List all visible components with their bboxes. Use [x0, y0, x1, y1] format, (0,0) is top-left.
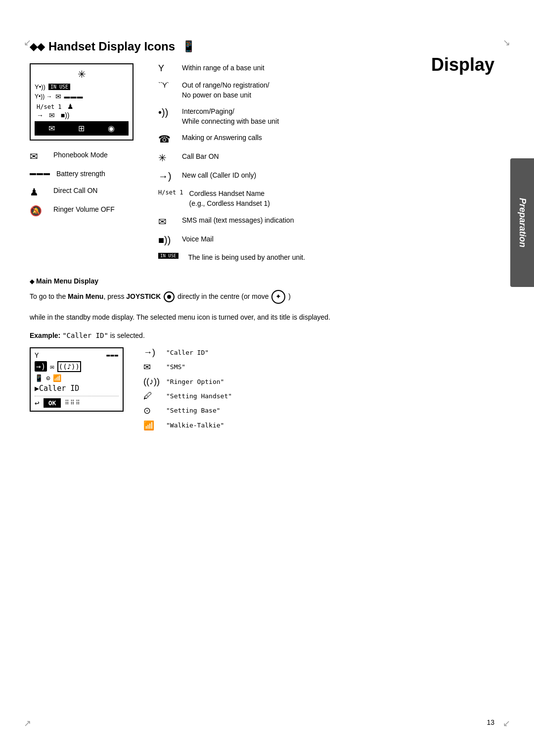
- mini-screen-footer: ↩ OK ⠿⠿⠿: [35, 396, 119, 408]
- body-text-1: To go to the Main Menu, press JOYSTICK d…: [30, 290, 504, 304]
- legend-item-new-call: →) New call (Caller ID only): [158, 171, 504, 182]
- out-of-range-label: Out of range/No registration/No power on…: [182, 81, 269, 100]
- mini-signal: Y: [35, 351, 39, 359]
- screen-top-icon: ✳: [78, 68, 86, 80]
- menu-label-sms: "SMS": [166, 363, 185, 371]
- body-text-2: while in the standby mode display. The s…: [30, 312, 504, 324]
- example-layout: Y ▬▬▬ →) ✉ ((♪)) 📱 ⊙ 📶 ▶Caller ID: [30, 347, 504, 431]
- menu-icon-caller-id: →): [143, 347, 161, 358]
- voicemail-label: Voice Mail: [182, 235, 214, 244]
- main-menu-heading: Main Menu Display: [30, 277, 504, 285]
- menu-label-base: "Setting Base": [166, 407, 221, 414]
- diamond-bullets: ◆◆: [30, 41, 44, 52]
- legend-item-ringer: 🔕 Ringer Volume OFF: [30, 205, 138, 217]
- legend-item-direct-call: ♟ Direct Call ON: [30, 186, 138, 198]
- out-of-range-icon: ``Y`: [158, 81, 176, 89]
- menu-label-ringer: "Ringer Option": [166, 378, 224, 385]
- bottom-icon-3: ◉: [108, 124, 115, 133]
- signal-icon: Y•)): [35, 83, 45, 91]
- screen-hset-row: H/set 1 ♟: [37, 102, 129, 110]
- display-icons-layout: ✳ Y•)) IN USE Y•)) → ✉ ▬▬▬ H/set 1 ♟ →: [30, 63, 504, 262]
- mini-screen-row2: →) ✉ ((♪)): [35, 361, 119, 372]
- menu-icon-sms: ✉: [143, 362, 161, 373]
- menu-label-caller-id: "Caller ID": [166, 349, 209, 356]
- direct-call-icon: ♟: [30, 186, 47, 198]
- screen-row2: Y•)) → ✉ ▬▬▬: [35, 93, 129, 100]
- mini-envelope-icon: ✉: [50, 363, 54, 371]
- screen-person: ♟: [67, 102, 74, 110]
- joystick-center-icon: [164, 291, 175, 302]
- menu-item-sms: ✉ "SMS": [143, 362, 232, 373]
- joystick-move-icon: [271, 290, 285, 304]
- menu-icon-walkie: 📶: [143, 420, 161, 431]
- screen-row3: → ✉ ■)): [37, 111, 129, 119]
- handset-icon: 📱: [182, 40, 195, 53]
- mini-caller-label: ▶Caller ID: [35, 384, 79, 393]
- legend-item-voicemail: ■)) Voice Mail: [158, 235, 504, 246]
- menu-label-handset: "Setting Handset": [166, 392, 232, 400]
- legend-item-hset-name: H/set 1 Cordless Handset Name(e.g., Cord…: [158, 189, 504, 208]
- menu-icon-base: ⊙: [143, 405, 161, 416]
- phonebook-icon: ✉: [30, 150, 47, 162]
- side-tab: Preparation: [510, 158, 534, 287]
- example-text: Example: "Caller ID" is selected.: [30, 331, 504, 339]
- main-menu-section: Main Menu Display To go to the Main Menu…: [30, 277, 504, 431]
- menu-items-list: →) "Caller ID" ✉ "SMS" ((♪)) "Ringer Opt…: [143, 347, 232, 431]
- menu-item-walkie: 📶 "Walkie-Talkie": [143, 420, 232, 431]
- sms-label: SMS mail (text messages) indication: [182, 216, 294, 226]
- bottom-icon-1: ✉: [48, 124, 55, 133]
- call-bar-label: Call Bar ON: [182, 152, 219, 162]
- mini-ok-button[interactable]: OK: [44, 398, 61, 408]
- menu-item-handset: 🖊 "Setting Handset": [143, 391, 232, 401]
- mini-walkie-icon: 📶: [53, 374, 61, 382]
- in-use-label: The line is being used by another unit.: [188, 253, 306, 263]
- legend-item-making-calls: ☎ Making or Answering calls: [158, 133, 504, 145]
- battery-label: Battery strength: [56, 169, 105, 179]
- right-icon-legend: Y Within range of a base unit ``Y` Out o…: [158, 63, 504, 262]
- mini-battery: ▬▬▬: [106, 352, 119, 359]
- handset-display-area: ✳ Y•)) IN USE Y•)) → ✉ ▬▬▬ H/set 1 ♟ →: [30, 63, 138, 262]
- hset-name-label: Cordless Handset Name(e.g., Cordless Han…: [189, 189, 270, 208]
- mini-screen-row1: Y ▬▬▬: [35, 351, 119, 359]
- making-calls-icon: ☎: [158, 133, 176, 145]
- legend-item-battery: ▬▬▬ Battery strength: [30, 169, 138, 179]
- intercom-label: Intercom/Paging/While connecting with ba…: [182, 107, 279, 126]
- screen-battery: ▬▬▬: [64, 93, 84, 100]
- legend-item-range: Y Within range of a base unit: [158, 63, 504, 74]
- legend-item-in-use: IN USE The line is being used by another…: [158, 253, 504, 263]
- mini-ringer-icon: ((♪)): [57, 361, 81, 372]
- mini-screen: Y ▬▬▬ →) ✉ ((♪)) 📱 ⊙ 📶 ▶Caller ID: [30, 347, 124, 412]
- small-diamond-icon: [30, 277, 34, 285]
- screen-row1: Y•)) IN USE: [35, 83, 129, 91]
- menu-label-walkie: "Walkie-Talkie": [166, 422, 224, 429]
- left-icon-legend: ✉ Phonebook Mode ▬▬▬ Battery strength ♟ …: [30, 150, 138, 217]
- legend-item-phonebook: ✉ Phonebook Mode: [30, 150, 138, 162]
- screen-arrow: →: [37, 111, 44, 119]
- menu-item-caller-id: →) "Caller ID": [143, 347, 232, 358]
- screen-bottom-bar: ✉ ⊞ ◉: [35, 121, 129, 136]
- voicemail-icon: ■)): [158, 235, 176, 246]
- ringer-icon: 🔕: [30, 205, 47, 217]
- new-call-icon: →): [158, 171, 176, 182]
- in-use-badge: IN USE: [48, 84, 70, 90]
- ringer-label: Ringer Volume OFF: [53, 205, 115, 215]
- page-number: 13: [487, 718, 494, 726]
- sms-icon: ✉: [158, 216, 176, 228]
- section-heading: ◆◆ Handset Display Icons 📱: [30, 40, 504, 53]
- range-icon: Y: [158, 63, 176, 74]
- mini-caller-row: ▶Caller ID: [35, 384, 119, 393]
- mini-base-icon: ⊙: [46, 374, 50, 382]
- mini-back-icon: ↩: [35, 398, 40, 408]
- making-calls-label: Making or Answering calls: [182, 133, 262, 143]
- handset-screen: ✳ Y•)) IN USE Y•)) → ✉ ▬▬▬ H/set 1 ♟ →: [30, 63, 134, 141]
- legend-item-call-bar: ✳ Call Bar ON: [158, 152, 504, 164]
- screen-envelope: ✉: [55, 93, 61, 100]
- call-bar-icon: ✳: [158, 152, 176, 164]
- legend-item-sms: ✉ SMS mail (text messages) indication: [158, 216, 504, 228]
- menu-item-ringer: ((♪)) "Ringer Option": [143, 377, 232, 387]
- mini-phone-icon: 📱: [35, 374, 43, 382]
- in-use-icon: IN USE: [158, 253, 178, 259]
- legend-item-out-of-range: ``Y` Out of range/No registration/No pow…: [158, 81, 504, 100]
- mini-screen-row3: 📱 ⊙ 📶: [35, 374, 119, 382]
- range-label: Within range of a base unit: [182, 63, 265, 73]
